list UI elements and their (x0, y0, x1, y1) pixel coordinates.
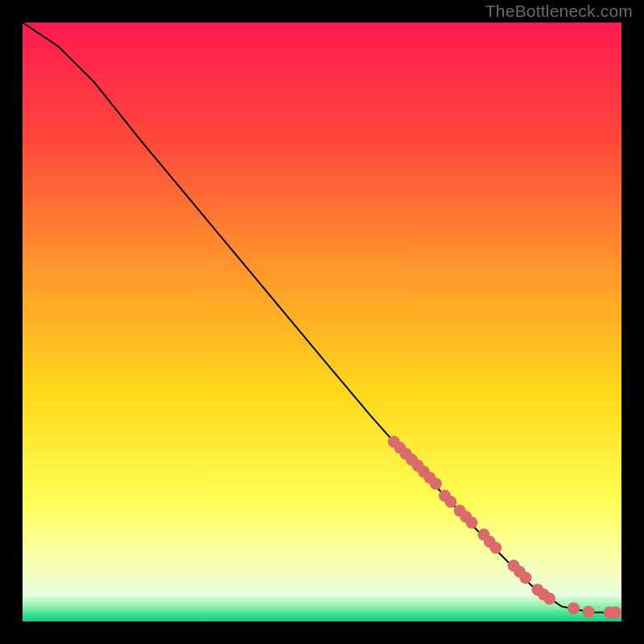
data-point (609, 606, 621, 618)
attribution-text: TheBottleneck.com (485, 2, 633, 21)
data-point (444, 496, 456, 508)
data-point (583, 606, 595, 618)
plot-svg (23, 23, 621, 621)
gradient-background (23, 23, 621, 621)
data-point (466, 517, 478, 529)
chart-container: TheBottleneck.com (0, 0, 644, 644)
data-point (568, 602, 580, 614)
data-point (543, 592, 555, 605)
data-point (489, 542, 502, 554)
plot-area (23, 23, 621, 621)
data-point (519, 572, 531, 584)
data-point (430, 477, 442, 489)
